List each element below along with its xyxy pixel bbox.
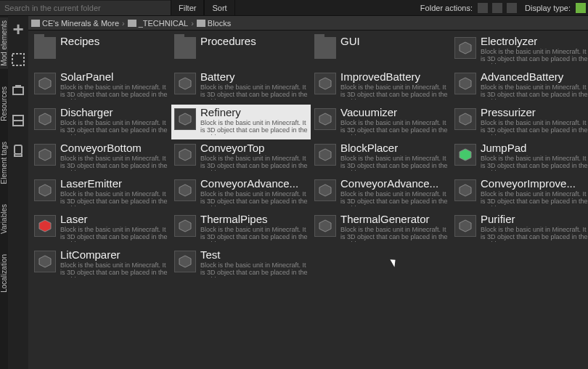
block-icon [174,108,196,130]
block-item[interactable]: DischargerBlock is the basic unit in Min… [31,105,171,139]
search-input[interactable] [0,1,171,15]
item-description: Block is the basic unit in Minecraft. It… [481,119,588,135]
folder-icon [314,37,336,59]
tool-icon-3[interactable] [8,110,28,131]
block-icon [314,179,336,201]
block-icon [314,73,336,94]
block-item[interactable]: ConveyorAdvance...Block is the basic uni… [311,176,451,211]
svg-marker-7 [39,78,51,89]
block-icon [454,215,476,237]
sidebar-tab-variables[interactable]: Variables [0,201,8,237]
item-description: Block is the basic unit in Minecraft. It… [340,190,448,206]
svg-rect-5 [15,145,22,154]
svg-marker-28 [179,256,191,267]
item-title: ConveyorAdvance... [200,178,308,190]
svg-marker-14 [460,113,471,125]
folder-item[interactable]: Recipes [31,33,171,68]
item-title: Battery [200,71,308,84]
block-icon [34,73,56,94]
tool-icon-4[interactable] [8,141,28,161]
block-item[interactable]: ThermalGeneratorBlock is the basic unit … [311,211,451,246]
block-item[interactable]: PurifierBlock is the basic unit in Minec… [452,211,588,246]
block-icon [314,215,336,237]
block-icon [174,251,196,272]
item-title: JumpPad [481,142,588,155]
breadcrumb-item[interactable]: Blocks [197,19,231,28]
svg-marker-13 [319,113,331,125]
block-item[interactable]: ConveyorImprove...Block is the basic uni… [452,176,588,211]
block-item[interactable]: LitComparerBlock is the basic unit in Mi… [31,247,171,282]
tool-icon-1[interactable] [8,49,28,70]
svg-marker-10 [460,78,471,89]
breadcrumb-item[interactable]: CE's Minerals & More [31,19,119,28]
block-item[interactable]: AdvancedBatteryBlock is the basic unit i… [452,69,588,104]
block-icon [454,37,476,59]
block-item[interactable]: BatteryBlock is the basic unit in Minecr… [171,69,311,104]
item-description: Block is the basic unit in Minecraft. It… [200,119,308,135]
folder-icon [174,37,196,59]
item-description: Block is the basic unit in Minecraft. It… [60,84,168,100]
sidebar-tab-localization[interactable]: Localization [0,251,8,296]
sidebar-tab-element-tags[interactable]: Element tags [0,139,8,187]
folder-icon [197,20,205,27]
block-item[interactable]: VacuumizerBlock is the basic unit in Min… [311,105,451,139]
folder-item[interactable]: GUI [311,33,451,68]
block-icon [454,144,476,166]
item-title: Procedures [200,36,308,48]
tool-icon-2[interactable] [8,80,28,100]
item-title: ConveyorImprove... [481,178,588,190]
svg-rect-1 [13,87,23,94]
item-description: Block is the basic unit in Minecraft. It… [60,190,168,206]
block-item[interactable]: LaserEmitterBlock is the basic unit in M… [31,176,171,211]
folder-item[interactable]: Procedures [171,33,311,68]
block-item[interactable]: ThermalPipesBlock is the basic unit in M… [171,211,311,246]
block-item[interactable]: ConveyorBottomBlock is the basic unit in… [31,140,171,175]
item-title: ConveyorTop [200,142,308,155]
chevron-right-icon: › [191,19,194,28]
block-icon [314,144,336,166]
block-icon [174,144,196,166]
block-item[interactable]: ConveyorTopBlock is the basic unit in Mi… [171,140,311,175]
svg-marker-12 [179,113,191,125]
display-type-icon[interactable] [575,2,587,14]
sidebar: Mod elements Resources Element tags Vari… [0,16,8,369]
block-icon [34,179,56,201]
block-item[interactable]: ConveyorAdvance...Block is the basic uni… [171,176,311,211]
block-item[interactable]: TestBlock is the basic unit in Minecraft… [171,247,311,282]
block-item[interactable]: SolarPanelBlock is the basic unit in Min… [31,69,171,104]
block-item[interactable]: ImprovedBatteryBlock is the basic unit i… [311,69,451,104]
item-description: Block is the basic unit in Minecraft. It… [340,155,448,171]
block-item[interactable]: LaserBlock is the basic unit in Minecraf… [31,211,171,246]
folder-action-icon-1[interactable] [477,2,489,14]
item-description: Block is the basic unit in Minecraft. It… [200,261,308,277]
svg-marker-8 [179,78,191,89]
block-icon [34,144,56,166]
item-title: Pressurizer [481,107,588,119]
svg-marker-11 [39,113,51,125]
block-item[interactable]: RefineryBlock is the basic unit in Minec… [171,105,311,139]
add-icon[interactable]: + [8,19,28,39]
folder-icon [128,20,136,27]
item-description: Block is the basic unit in Minecraft. It… [481,48,588,64]
block-item[interactable]: PressurizerBlock is the basic unit in Mi… [452,105,588,139]
block-icon [454,108,476,130]
item-description: Block is the basic unit in Minecraft. It… [200,155,308,171]
block-item[interactable]: JumpPadBlock is the basic unit in Minecr… [452,140,588,175]
sort-button[interactable]: Sort [204,0,234,16]
item-description: Block is the basic unit in Minecraft. It… [481,155,588,171]
block-icon [174,73,196,94]
folder-action-icon-2[interactable] [491,2,503,14]
item-title: BlockPlacer [340,142,448,155]
filter-button[interactable]: Filter [171,0,204,16]
topbar: Filter Sort Folder actions: Display type… [0,0,588,16]
block-item[interactable]: ElectrolyzerBlock is the basic unit in M… [452,33,588,68]
item-title: Electrolyzer [481,36,588,48]
folder-action-icon-3[interactable] [506,2,518,14]
item-description: Block is the basic unit in Minecraft. It… [340,84,448,100]
item-description: Block is the basic unit in Minecraft. It… [481,190,588,206]
sidebar-tab-resources[interactable]: Resources [0,84,8,124]
breadcrumb-item[interactable]: _TECHNICAL [128,19,188,28]
block-icon [34,251,56,272]
block-item[interactable]: BlockPlacerBlock is the basic unit in Mi… [311,140,451,175]
sidebar-tab-mod-elements[interactable]: Mod elements [0,17,8,69]
